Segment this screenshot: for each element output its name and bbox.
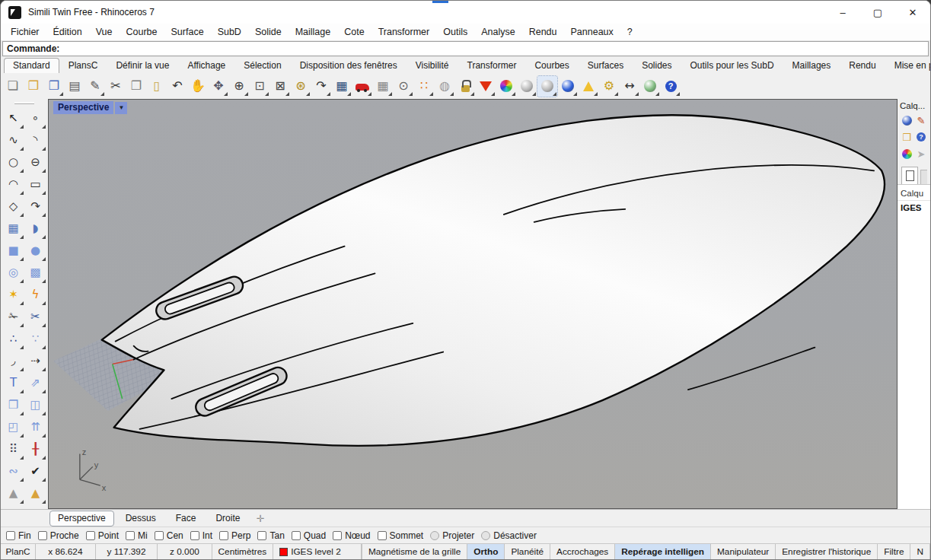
osnap-cen[interactable]: Cen: [155, 530, 183, 541]
color-wheel-icon[interactable]: [496, 76, 516, 97]
status-current-layer[interactable]: IGES level 2: [273, 544, 362, 559]
osnap-int-checkbox[interactable]: [190, 531, 199, 540]
viewport-tab-perspective[interactable]: Perspective: [49, 511, 114, 527]
status-accrochages[interactable]: Accrochages: [550, 544, 615, 559]
interpolated-curve-icon[interactable]: ◝: [24, 129, 46, 151]
point-icon[interactable]: ∘: [24, 107, 46, 129]
rectangle-icon[interactable]: ▭: [24, 173, 46, 196]
osnap-desactiver[interactable]: Désactiver: [481, 530, 537, 541]
arc-icon[interactable]: ◠: [2, 173, 24, 196]
osnap-n-ud-checkbox[interactable]: [333, 531, 342, 540]
new-file-icon[interactable]: ❏: [3, 76, 23, 97]
osnap-cen-checkbox[interactable]: [155, 531, 164, 540]
zoom-window-icon[interactable]: ⊡: [250, 76, 269, 97]
viewport-layout-icon[interactable]: ▦: [332, 76, 352, 97]
trim-icon[interactable]: ✁: [2, 306, 24, 328]
edit-page-icon[interactable]: ✎: [85, 76, 105, 97]
menu-courbe[interactable]: Courbe: [120, 25, 164, 39]
menu-fichier[interactable]: Fichier: [4, 25, 46, 39]
dot-circles-icon[interactable]: ∵: [24, 328, 46, 350]
patch-surface-icon[interactable]: ▦: [2, 218, 24, 240]
pan-hand-icon[interactable]: ✋: [188, 76, 208, 97]
add-viewport-tab-button[interactable]: ✛: [251, 513, 269, 524]
globe-icon[interactable]: [640, 76, 660, 97]
mesh-icon[interactable]: ▩: [24, 262, 46, 284]
osnap-sommet[interactable]: Sommet: [378, 530, 424, 541]
maximize-button[interactable]: ▢: [860, 1, 895, 24]
viewport-canvas[interactable]: z y x: [49, 100, 897, 508]
panel-help-icon[interactable]: ?: [914, 130, 929, 144]
explode-icon[interactable]: ϟ: [24, 284, 46, 306]
zoom-selected-icon[interactable]: ⊛: [291, 76, 311, 97]
paste-icon[interactable]: ▯: [147, 76, 167, 97]
save-icon[interactable]: ❐: [44, 76, 64, 97]
status-filtre[interactable]: Filtre: [878, 544, 910, 559]
split-icon[interactable]: ✂: [24, 306, 46, 328]
zoom-dynamic-icon[interactable]: ⊕: [229, 76, 249, 97]
status-magnetisme-de-la-grille[interactable]: Magnétisme de la grille: [362, 544, 467, 559]
osnap-tan[interactable]: Tan: [257, 530, 284, 541]
toolbar-tab-mise-en-plan[interactable]: Mise en plan: [885, 58, 931, 73]
twist-icon[interactable]: ∾: [2, 460, 24, 482]
gumball-icon[interactable]: ∷: [414, 76, 434, 97]
status-planc[interactable]: PlanC: [1, 544, 36, 559]
dimension-icon[interactable]: ↔: [620, 76, 639, 97]
close-button[interactable]: ✕: [895, 1, 930, 24]
menu-panneaux[interactable]: Panneaux: [564, 25, 620, 39]
perspective-viewport[interactable]: Perspective ▼: [48, 99, 898, 509]
osnap-sommet-checkbox[interactable]: [378, 531, 387, 540]
menu-cote[interactable]: Cote: [337, 25, 371, 39]
minimize-button[interactable]: –: [825, 1, 860, 24]
group-circles-icon[interactable]: ∴: [2, 328, 24, 350]
rendered-view-sphere-icon[interactable]: [558, 76, 578, 97]
flag-icon[interactable]: [579, 76, 598, 97]
solid-sphere-icon[interactable]: ●: [24, 240, 46, 262]
toolbar-tab-standard[interactable]: Standard: [4, 58, 59, 73]
toolbar-tab-solides[interactable]: Solides: [633, 58, 681, 73]
osnap-point-checkbox[interactable]: [86, 531, 95, 540]
status-planeite[interactable]: Planéité: [505, 544, 550, 559]
extrude-icon[interactable]: ⇈: [24, 416, 46, 438]
toolbar-tab-definir-la-vue[interactable]: Définir la vue: [107, 58, 178, 73]
status-n[interactable]: N: [910, 544, 930, 559]
layer-wedge-icon[interactable]: [476, 76, 496, 97]
ellipse-icon[interactable]: ⊖: [24, 151, 46, 173]
linear-array-icon[interactable]: ╂: [24, 438, 46, 460]
osnap-tan-checkbox[interactable]: [257, 531, 266, 540]
circle-center-icon[interactable]: ⊙: [394, 76, 413, 97]
cut-icon[interactable]: ✂: [106, 76, 126, 97]
menu-surface[interactable]: Surface: [164, 25, 211, 39]
solid-box-icon[interactable]: ■: [2, 240, 24, 262]
copy-icon[interactable]: ❐: [126, 76, 146, 97]
toolbar-tab-outils-pour-les-subd[interactable]: Outils pour les SubD: [681, 58, 783, 73]
open-file-icon[interactable]: ❒: [24, 76, 43, 97]
menu-rendu[interactable]: Rendu: [522, 25, 564, 39]
mirror-icon[interactable]: ◫: [24, 394, 46, 416]
zoom-extents-icon[interactable]: ⊠: [270, 76, 290, 97]
cplane-grid-icon[interactable]: ▦: [373, 76, 393, 97]
osnap-int[interactable]: Int: [190, 530, 212, 541]
duplicate-icon[interactable]: ❐: [2, 394, 24, 416]
layers-panel-active-tab[interactable]: [901, 167, 918, 184]
print-icon[interactable]: ▤: [65, 76, 84, 97]
menu-transformer[interactable]: Transformer: [371, 25, 437, 39]
osnap-fin[interactable]: Fin: [6, 530, 31, 541]
toolbar-tab-courbes[interactable]: Courbes: [525, 58, 578, 73]
osnap-projeter[interactable]: Projeter: [430, 530, 474, 541]
pen-icon[interactable]: ✎: [914, 113, 929, 127]
menu-outils[interactable]: Outils: [436, 25, 474, 39]
ghosted-view-sphere-icon[interactable]: [537, 76, 557, 97]
viewport-title-label[interactable]: Perspective: [53, 101, 113, 114]
boolean-icon[interactable]: ◰: [2, 416, 24, 438]
osnap-mi[interactable]: Mi: [126, 530, 148, 541]
toolbar-tab-plansc[interactable]: PlansC: [59, 58, 107, 73]
polygon-icon[interactable]: ◇: [2, 196, 24, 218]
revolve-icon[interactable]: ◎: [2, 262, 24, 284]
help-icon[interactable]: ?: [661, 76, 681, 97]
rotate-view-icon[interactable]: ✥: [209, 76, 228, 97]
menu-edition[interactable]: Édition: [46, 25, 89, 39]
fillet-curve-icon[interactable]: ◞: [2, 350, 24, 372]
menu-analyse[interactable]: Analyse: [474, 25, 521, 39]
lock-icon[interactable]: [455, 76, 475, 97]
osnap-mi-checkbox[interactable]: [126, 531, 135, 540]
